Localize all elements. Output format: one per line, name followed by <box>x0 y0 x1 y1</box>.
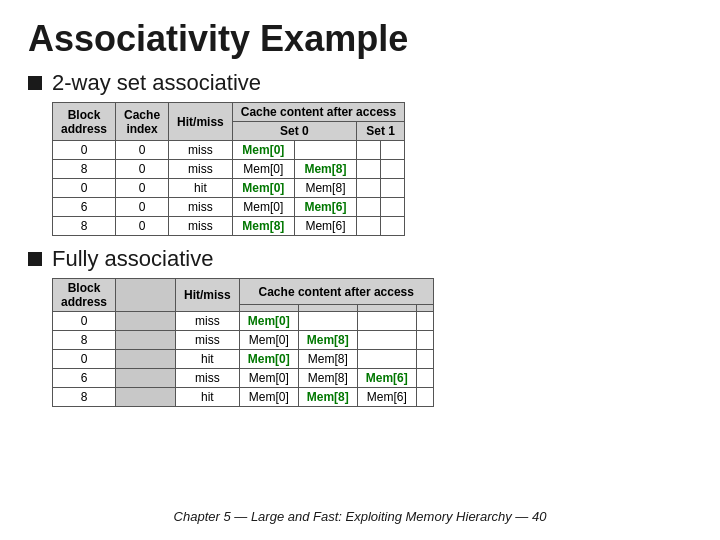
footer-text: Chapter 5 — Large and Fast: Exploiting M… <box>28 509 692 530</box>
col-cache-content: Cache content after access <box>232 103 404 122</box>
section-fully-assoc-header: Fully associative <box>28 246 692 272</box>
fa-col-hitmiss: Hit/miss <box>176 279 240 312</box>
section-two-way-header: 2-way set associative <box>28 70 692 96</box>
table-row: 8 0 miss Mem[0] Mem[8] <box>53 160 405 179</box>
table-row: 8 0 miss Mem[8] Mem[6] <box>53 217 405 236</box>
bullet-icon <box>28 76 42 90</box>
fully-assoc-table: Blockaddress Hit/miss Cache content afte… <box>52 278 434 407</box>
col-cache-index: Cacheindex <box>116 103 169 141</box>
table-row: 6 miss Mem[0] Mem[8] Mem[6] <box>53 369 434 388</box>
page: Associativity Example 2-way set associat… <box>0 0 720 540</box>
table-row: 0 miss Mem[0] <box>53 312 434 331</box>
section-fully-assoc: Fully associative Blockaddress Hit/miss … <box>28 246 692 407</box>
fa-col-cache-content: Cache content after access <box>239 279 433 305</box>
two-way-table: Blockaddress Cacheindex Hit/miss Cache c… <box>52 102 405 236</box>
section-two-way-label: 2-way set associative <box>52 70 261 96</box>
fa-col-shaded <box>116 279 176 312</box>
col-block-addr: Blockaddress <box>53 103 116 141</box>
table-row: 0 0 hit Mem[0] Mem[8] <box>53 179 405 198</box>
table-row: 8 miss Mem[0] Mem[8] <box>53 331 434 350</box>
col-set0: Set 0 <box>232 122 356 141</box>
table-row: 0 0 miss Mem[0] <box>53 141 405 160</box>
section-fully-assoc-label: Fully associative <box>52 246 213 272</box>
fa-col-block: Blockaddress <box>53 279 116 312</box>
section-two-way: 2-way set associative Blockaddress Cache… <box>28 70 692 236</box>
table-row: 8 hit Mem[0] Mem[8] Mem[6] <box>53 388 434 407</box>
table-row: 0 hit Mem[0] Mem[8] <box>53 350 434 369</box>
col-hit-miss: Hit/miss <box>169 103 233 141</box>
col-set1: Set 1 <box>357 122 405 141</box>
table-row: 6 0 miss Mem[0] Mem[6] <box>53 198 405 217</box>
page-title: Associativity Example <box>28 18 692 60</box>
bullet2-icon <box>28 252 42 266</box>
